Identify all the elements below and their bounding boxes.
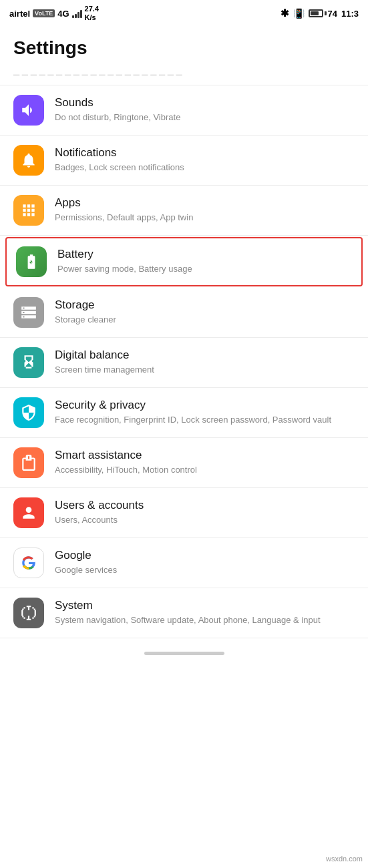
users-subtitle: Users, Accounts: [55, 514, 355, 526]
storage-icon: [13, 297, 44, 328]
settings-item-security[interactable]: Security & privacy Face recognition, Fin…: [0, 388, 368, 438]
google-subtitle: Google services: [55, 564, 355, 576]
settings-list: Sounds Do not disturb, Ringtone, Vibrate…: [0, 85, 368, 638]
system-text: System System navigation, Software updat…: [55, 599, 355, 626]
bluetooth-icon: ✱: [281, 7, 289, 19]
storage-text: Storage Storage cleaner: [55, 298, 355, 326]
battery-text: Battery Power saving mode, Battery usage: [57, 248, 352, 275]
settings-item-notifications[interactable]: Notifications Badges, Lock screen notifi…: [0, 136, 368, 186]
page-title: Settings: [0, 27, 368, 65]
digital-balance-subtitle: Screen time management: [55, 364, 355, 376]
sounds-icon: [13, 95, 44, 126]
battery-title: Battery: [57, 248, 352, 261]
status-bar: airtel VoLTE 4G 27.4 K/s ✱ 📳 74 11:3: [0, 0, 368, 27]
settings-item-google[interactable]: Google Google services: [0, 538, 368, 588]
smart-assistance-title: Smart assistance: [55, 449, 355, 462]
time-display: 11:3: [341, 9, 359, 19]
apps-subtitle: Permissions, Default apps, App twin: [55, 212, 355, 224]
partial-top-item: ─ ─ ─ ─ ─ ─ ─ ─ ─ ─ ─ ─ ─ ─ ─ ─ ─ ─ ─ ─: [0, 65, 368, 85]
vibrate-icon: 📳: [293, 8, 305, 19]
settings-item-users[interactable]: Users & accounts Users, Accounts: [0, 488, 368, 538]
battery-display: 74: [309, 9, 337, 19]
digital-balance-icon: [13, 347, 44, 378]
settings-item-sounds[interactable]: Sounds Do not disturb, Ringtone, Vibrate: [0, 85, 368, 136]
settings-item-smart-assistance[interactable]: Smart assistance Accessibility, HiTouch,…: [0, 438, 368, 488]
users-icon: [13, 497, 44, 528]
security-subtitle: Face recognition, Fingerprint ID, Lock s…: [55, 414, 355, 426]
settings-item-digital-balance[interactable]: Digital balance Screen time management: [0, 338, 368, 388]
home-bar[interactable]: [144, 652, 224, 655]
apps-icon: [13, 195, 44, 226]
users-text: Users & accounts Users, Accounts: [55, 499, 355, 526]
digital-balance-title: Digital balance: [55, 349, 355, 362]
users-title: Users & accounts: [55, 499, 355, 512]
status-left: airtel VoLTE 4G 27.4 K/s: [9, 5, 99, 22]
settings-item-apps[interactable]: Apps Permissions, Default apps, App twin: [0, 186, 368, 236]
watermark: wsxdn.com: [326, 855, 363, 863]
battery-tip: [325, 11, 327, 15]
battery-settings-icon: [16, 246, 47, 277]
network-type: 4G: [57, 9, 69, 19]
smart-assistance-icon: [13, 447, 44, 478]
smart-assistance-subtitle: Accessibility, HiTouch, Motion control: [55, 464, 355, 476]
system-icon: [13, 598, 44, 628]
status-right: ✱ 📳 74 11:3: [281, 7, 359, 19]
speed-text: 27.4 K/s: [85, 5, 99, 22]
apps-text: Apps Permissions, Default apps, App twin: [55, 196, 355, 224]
notifications-icon: [13, 145, 44, 176]
notifications-subtitle: Badges, Lock screen notifications: [55, 162, 355, 174]
battery-percent: 74: [328, 9, 337, 19]
sounds-subtitle: Do not disturb, Ringtone, Vibrate: [55, 112, 355, 124]
sounds-text: Sounds Do not disturb, Ringtone, Vibrate: [55, 96, 355, 124]
sounds-title: Sounds: [55, 96, 355, 110]
google-title: Google: [55, 549, 355, 562]
security-text: Security & privacy Face recognition, Fin…: [55, 399, 355, 426]
storage-title: Storage: [55, 298, 355, 312]
apps-title: Apps: [55, 196, 355, 210]
signal-icon: [72, 9, 82, 18]
carrier-text: airtel: [9, 9, 30, 19]
battery-fill: [311, 11, 319, 15]
system-subtitle: System navigation, Software update, Abou…: [55, 614, 355, 626]
storage-subtitle: Storage cleaner: [55, 314, 355, 326]
settings-item-battery[interactable]: Battery Power saving mode, Battery usage: [5, 237, 363, 286]
notifications-text: Notifications Badges, Lock screen notifi…: [55, 146, 355, 174]
security-title: Security & privacy: [55, 399, 355, 412]
system-title: System: [55, 599, 355, 612]
notifications-title: Notifications: [55, 146, 355, 160]
security-icon: [13, 397, 44, 428]
home-bar-wrapper: [0, 638, 368, 666]
volte-badge: VoLTE: [33, 9, 55, 17]
google-icon: [13, 548, 44, 578]
digital-balance-text: Digital balance Screen time management: [55, 349, 355, 376]
settings-item-storage[interactable]: Storage Storage cleaner: [0, 288, 368, 338]
battery-subtitle: Power saving mode, Battery usage: [57, 263, 352, 275]
battery-body: [309, 9, 323, 17]
settings-item-system[interactable]: System System navigation, Software updat…: [0, 588, 368, 638]
smart-assistance-text: Smart assistance Accessibility, HiTouch,…: [55, 449, 355, 476]
google-text: Google Google services: [55, 549, 355, 576]
